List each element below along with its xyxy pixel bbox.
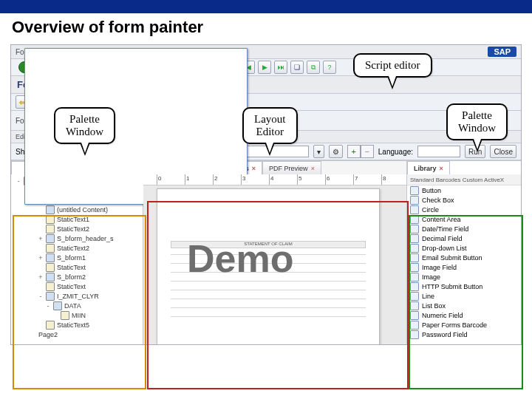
library-item[interactable]: Date/Time Field xyxy=(407,224,521,233)
callout-layout-editor: Layout Editor xyxy=(242,107,298,144)
demo-watermark: Demo xyxy=(187,236,293,281)
library-item[interactable]: Image Field xyxy=(407,262,521,272)
library-item[interactable]: Content Area xyxy=(407,214,521,224)
library-item[interactable]: Decimal Field xyxy=(407,233,521,243)
slide-title: Overview of form painter xyxy=(0,13,532,44)
library-item[interactable]: Numeric Field xyxy=(407,310,521,320)
library-item[interactable]: HTTP Submit Button xyxy=(407,282,521,291)
tree-node[interactable]: StaticText xyxy=(13,262,141,272)
language-combo[interactable] xyxy=(417,146,460,157)
library-palette: Library× Standard Barcodes Custom Active… xyxy=(407,161,521,344)
tab-pdf-preview[interactable]: PDF Preview× xyxy=(262,161,321,174)
new-session-icon[interactable]: ❏ xyxy=(290,61,304,74)
tree-node[interactable]: +S_bform_header_s xyxy=(13,233,141,243)
library-item[interactable]: Circle xyxy=(407,205,521,214)
tree-node[interactable]: Page2 xyxy=(13,330,141,339)
tree-node[interactable]: -I_ZMIT_CLYR xyxy=(13,291,141,301)
slide-accent-bar xyxy=(0,0,532,13)
horizontal-ruler: 012345678 xyxy=(143,174,406,185)
shortcut-icon[interactable]: ⧉ xyxy=(307,61,320,74)
library-item[interactable]: Paper Forms Barcode xyxy=(407,320,521,330)
script-tools-icon[interactable]: ⚙ xyxy=(329,145,343,158)
script-remove-icon[interactable]: − xyxy=(361,145,374,158)
tree-node[interactable]: StaticText2 xyxy=(13,224,141,233)
library-item[interactable]: Button xyxy=(407,185,521,195)
last-page-icon[interactable]: ⏭ xyxy=(274,61,287,74)
script-add-icon[interactable]: + xyxy=(347,145,361,158)
script-dropdown-icon[interactable]: ▾ xyxy=(313,145,324,158)
tree-node[interactable]: StaticText2 xyxy=(13,243,141,253)
library-item[interactable]: Check Box xyxy=(407,195,521,205)
callout-palette-left: Palette Window xyxy=(54,107,115,144)
tab-library[interactable]: Library× xyxy=(407,161,450,174)
callout-script-editor: Script editor xyxy=(353,53,432,78)
tree-node[interactable]: StaticText5 xyxy=(13,320,141,330)
tree-node[interactable]: +S_bform1 xyxy=(13,253,141,262)
library-item[interactable]: Line xyxy=(407,291,521,301)
tree-node[interactable]: +S_bform2 xyxy=(13,272,141,282)
library-list[interactable]: ButtonCheck BoxCircleContent AreaDate/Ti… xyxy=(407,185,521,344)
script-close-button[interactable]: Close xyxy=(490,145,516,158)
sap-logo: SAP xyxy=(488,47,516,57)
library-item[interactable]: Image xyxy=(407,272,521,282)
library-item[interactable]: Drop-down List xyxy=(407,243,521,253)
tree-node[interactable]: MIIN xyxy=(13,310,141,320)
tree-node[interactable]: StaticText1 xyxy=(13,214,141,224)
language-label: Language: xyxy=(378,148,413,156)
hierarchy-tree[interactable]: -data-(Master Pages)-Page1(untitled Cont… xyxy=(11,174,143,344)
library-category-bar[interactable]: Standard Barcodes Custom ActiveX xyxy=(407,174,521,185)
sap-window: Form Edit Goto Utilities(M) Environment … xyxy=(10,44,522,345)
callout-palette-right: Palette Window xyxy=(446,103,508,140)
library-item[interactable]: List Box xyxy=(407,301,521,310)
help-icon[interactable]: ? xyxy=(323,61,336,74)
library-item[interactable]: Password Field xyxy=(407,330,521,339)
tree-node[interactable]: StaticText xyxy=(13,282,141,291)
hierarchy-palette: Hierarchy× Data View× -data-(Master Page… xyxy=(11,161,143,344)
library-item[interactable]: Email Submit Button xyxy=(407,253,521,262)
next-page-icon[interactable]: ▶ xyxy=(258,61,271,74)
tree-node[interactable]: (untitled Content) xyxy=(13,205,141,214)
tree-node[interactable]: -DATA xyxy=(13,301,141,310)
